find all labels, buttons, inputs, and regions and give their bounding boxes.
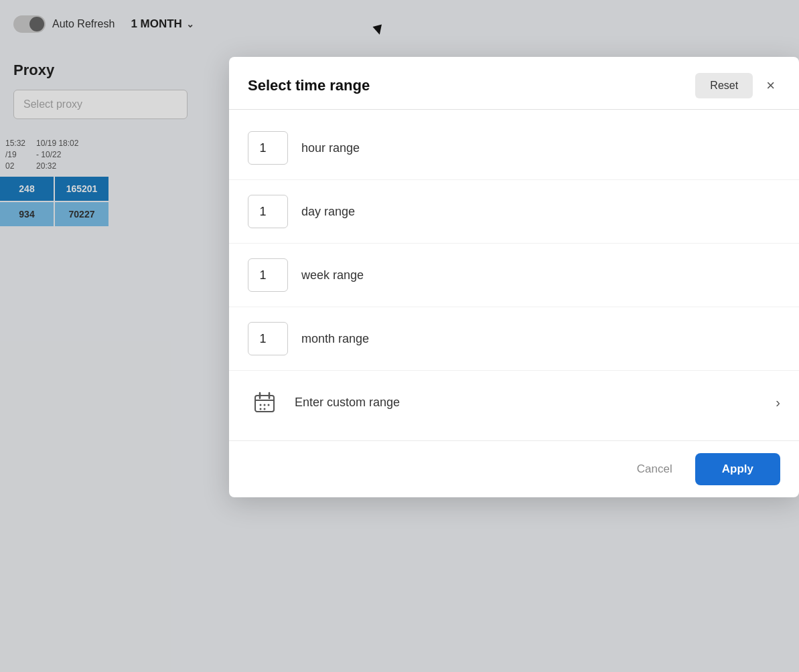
svg-point-8	[264, 408, 266, 410]
week-range-input[interactable]	[248, 258, 288, 292]
svg-point-6	[268, 404, 270, 406]
calendar-icon	[248, 386, 281, 419]
week-range-label: week range	[301, 268, 364, 282]
day-range-label: day range	[301, 205, 355, 219]
week-range-row: week range	[229, 244, 799, 307]
dialog-header: Select time range Reset ×	[229, 57, 799, 110]
day-range-input[interactable]	[248, 195, 288, 228]
day-range-row: day range	[229, 180, 799, 244]
close-button[interactable]: ×	[761, 76, 780, 96]
hour-range-row: hour range	[229, 116, 799, 180]
custom-range-row[interactable]: Enter custom range ›	[229, 371, 799, 434]
svg-point-5	[264, 404, 266, 406]
dialog-header-actions: Reset ×	[695, 73, 780, 98]
dialog-footer: Cancel Apply	[229, 440, 799, 497]
month-range-input[interactable]	[248, 322, 288, 355]
cancel-button[interactable]: Cancel	[625, 456, 684, 483]
apply-button[interactable]: Apply	[695, 453, 780, 485]
month-range-label: month range	[301, 332, 369, 346]
time-range-dialog: Select time range Reset × hour range day…	[229, 57, 799, 497]
dialog-title: Select time range	[248, 77, 370, 94]
dialog-body: hour range day range week range month ra…	[229, 110, 799, 440]
hour-range-label: hour range	[301, 141, 360, 155]
chevron-right-icon: ›	[776, 395, 780, 410]
month-range-row: month range	[229, 307, 799, 371]
hour-range-input[interactable]	[248, 131, 288, 165]
svg-point-7	[260, 408, 262, 410]
svg-point-4	[260, 404, 262, 406]
custom-range-label: Enter custom range	[295, 396, 762, 410]
reset-button[interactable]: Reset	[695, 73, 753, 98]
